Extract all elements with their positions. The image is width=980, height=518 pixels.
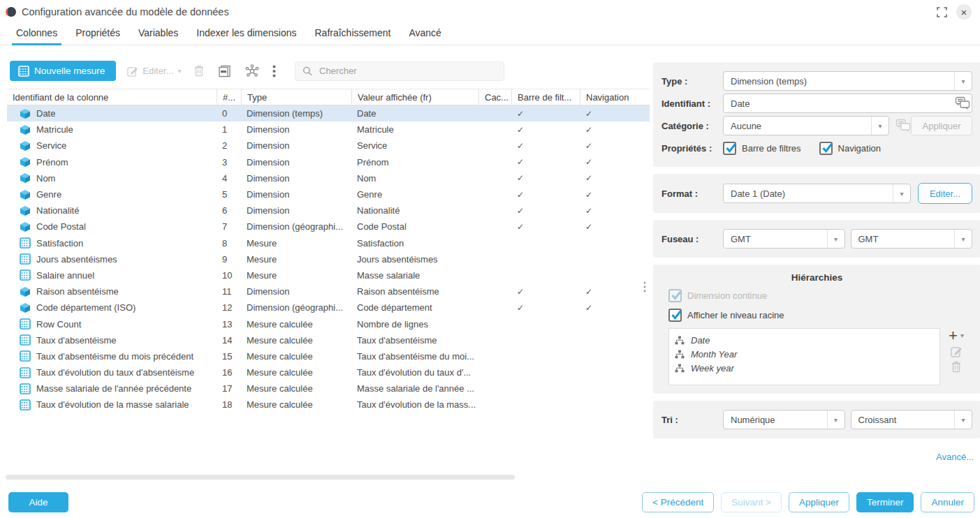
navigation-checkbox[interactable]: Navigation [819,142,881,155]
table-row[interactable]: Taux d'absentéisme 14 Mesure calculée Ta… [7,332,650,348]
table-row[interactable]: Taux d'évolution du taux d'absentéisme 1… [7,364,650,380]
table-row[interactable]: Matricule 1 Dimension Matricule ✓ ✓ [7,121,650,138]
hierarchy-item[interactable]: Date [675,333,934,347]
table-row[interactable]: Taux d'absentéisme du mois précédent 15 … [7,348,650,364]
pencil-icon [127,66,138,77]
category-apply-button[interactable]: Appliquer [911,116,972,135]
navigation-check-cell[interactable]: ✓ [580,141,650,151]
navigation-check-cell[interactable]: ✓ [580,287,650,297]
continuous-dimension-checkbox[interactable]: Dimension continue [668,289,972,302]
dialog-footer: Aide < Précédent Suivant > Appliquer Ter… [8,492,974,512]
next-button[interactable]: Suivant > [721,492,782,512]
column-header[interactable]: Valeur affichée (fr) [351,89,478,105]
filter-bar-check-cell[interactable]: ✓ [511,141,580,151]
previous-button[interactable]: < Précédent [642,492,714,512]
table-row[interactable]: Masse salariale de l'année précédente 17… [7,380,650,397]
format-edit-button[interactable]: Editer... [918,183,972,204]
tab-indexer-les-dimensions[interactable]: Indexer les dimensions [196,27,296,45]
sort-type-select[interactable]: Numérique ▾ [723,410,845,429]
navigation-check-cell[interactable]: ✓ [580,206,650,216]
filter-bar-check-cell[interactable]: ✓ [511,173,580,183]
filter-bar-check-cell[interactable]: ✓ [511,125,580,135]
filter-bar-check-cell[interactable]: ✓ [511,109,580,119]
column-display-value-cell: Raison absentéisme [351,286,478,297]
table-row[interactable]: Genre 5 Dimension Genre ✓ ✓ [7,186,650,202]
table-row[interactable]: Nom 4 Dimension Nom ✓ ✓ [7,170,650,186]
filter-bar-check-cell[interactable]: ✓ [511,190,580,200]
translate-icon-disabled[interactable] [895,119,911,133]
close-icon[interactable]: × [956,4,972,20]
tab-avance[interactable]: Avancé [409,27,441,45]
help-button[interactable]: Aide [8,492,68,512]
table-row[interactable]: Prénom 3 Dimension Prénom ✓ ✓ [7,154,650,170]
finish-button[interactable]: Terminer [856,492,914,512]
horizontal-scrollbar[interactable] [6,475,515,480]
fullscreen-icon[interactable] [937,7,947,17]
trash-icon [951,361,961,373]
cancel-button[interactable]: Annuler [921,492,974,512]
hierarchy-item[interactable]: Month Year [675,347,934,361]
timezone-select-1[interactable]: GMT ▾ [723,229,845,249]
edit-button[interactable]: Editer... ▾ [127,66,181,77]
column-header[interactable]: Navigation [580,89,650,105]
type-select[interactable]: Dimension (temps) ▾ [723,71,972,91]
navigation-check-cell[interactable]: ✓ [580,222,650,232]
navigation-check-cell[interactable]: ✓ [580,125,650,135]
hierarchy-actions: + ▾ [940,328,972,385]
sort-section: Tri : Numérique ▾ Croissant ▾ [653,401,980,438]
measure-abacus-icon [20,350,31,362]
table-row[interactable]: Code département (ISO) 12 Dimension (géo… [7,299,650,316]
timezone-select-2[interactable]: GMT ▾ [851,229,973,249]
filter-bar-check-cell[interactable]: ✓ [511,206,580,216]
table-row[interactable]: Taux d'évolution de la masse salariale 1… [7,397,650,413]
tab-rafraichissement[interactable]: Rafraîchissement [314,27,390,45]
column-header[interactable]: Type [241,89,351,105]
translate-icon[interactable] [955,96,970,110]
navigation-check-cell[interactable]: ✓ [580,190,650,200]
more-options-button[interactable] [272,65,276,77]
navigation-check-cell[interactable]: ✓ [580,173,650,183]
tab-variables[interactable]: Variables [138,27,178,45]
filter-bar-check-cell[interactable]: ✓ [511,287,580,297]
duplicate-columns-button[interactable] [217,64,232,78]
table-row[interactable]: Service 2 Dimension Service ✓ ✓ [7,138,650,154]
navigation-check-cell[interactable]: ✓ [580,303,650,313]
format-select[interactable]: Date 1 (Date) ▾ [723,184,911,203]
hierarchy-item[interactable]: Week year [675,361,934,375]
sort-order-select[interactable]: Croissant ▾ [851,410,973,429]
schema-tools-button[interactable] [245,64,259,78]
table-row[interactable]: Salaire annuel 10 Mesure Masse salariale [7,267,650,283]
delete-hierarchy-button[interactable] [951,361,961,373]
pane-resize-handle[interactable] [643,281,646,293]
add-hierarchy-button[interactable]: + ▾ [949,330,964,342]
new-measure-button[interactable]: Nouvelle mesure [10,61,116,81]
edit-hierarchy-button[interactable] [951,346,963,357]
delete-column-button[interactable] [194,65,204,77]
navigation-check-cell[interactable]: ✓ [580,109,650,119]
filter-bar-check-cell[interactable]: ✓ [511,157,580,167]
tab-colonnes[interactable]: Colonnes [16,27,57,45]
table-row[interactable]: Row Count 13 Mesure calculée Nombre de l… [7,316,650,332]
advanced-link[interactable]: Avancé... [653,452,980,462]
filter-bar-check-cell[interactable]: ✓ [511,303,580,313]
identifier-input[interactable]: Date [723,94,972,113]
apply-button[interactable]: Appliquer [789,492,849,512]
column-header[interactable]: #... [217,89,241,105]
column-header[interactable]: Identifiant de la colonne [7,89,217,105]
category-select[interactable]: Aucune ▾ [723,116,889,135]
search-input[interactable] [319,66,497,76]
table-row[interactable]: Raison absentéisme 11 Dimension Raison a… [7,283,650,299]
table-row[interactable]: Satisfaction 8 Mesure Satisfaction [7,235,650,251]
table-row[interactable]: Jours absentéismes 9 Mesure Jours absent… [7,251,650,267]
show-root-level-checkbox[interactable]: Afficher le niveau racine [668,309,972,322]
tab-proprietes[interactable]: Propriétés [75,27,120,45]
chevron-down-icon: ▾ [177,68,181,75]
table-row[interactable]: Code Postal 7 Dimension (géographi... Co… [7,219,650,235]
table-row[interactable]: Date 0 Dimension (temps) Date ✓ ✓ [7,105,650,121]
column-header[interactable]: Cac... [478,89,511,105]
column-header[interactable]: Barre de filt... [511,89,580,105]
table-row[interactable]: Nationalité 6 Dimension Nationalité ✓ ✓ [7,202,650,219]
filter-bar-checkbox[interactable]: Barre de filtres [723,142,801,155]
filter-bar-check-cell[interactable]: ✓ [511,222,580,232]
navigation-check-cell[interactable]: ✓ [580,157,650,167]
